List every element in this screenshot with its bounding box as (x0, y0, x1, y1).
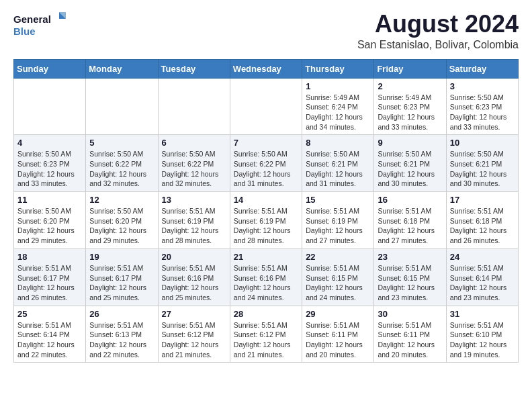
calendar-cell: 20Sunrise: 5:51 AM Sunset: 6:16 PM Dayli… (158, 248, 230, 306)
logo-svg: General Blue (13, 11, 67, 40)
calendar-cell: 19Sunrise: 5:51 AM Sunset: 6:17 PM Dayli… (86, 248, 158, 306)
subtitle: San Estanislao, Bolivar, Colombia (357, 39, 519, 51)
day-number: 16 (378, 195, 442, 205)
calendar-cell: 1Sunrise: 5:49 AM Sunset: 6:24 PM Daylig… (302, 78, 374, 135)
week-row-5: 25Sunrise: 5:51 AM Sunset: 6:14 PM Dayli… (14, 306, 519, 363)
day-header-wednesday: Wednesday (230, 59, 302, 78)
week-row-3: 11Sunrise: 5:50 AM Sunset: 6:20 PM Dayli… (14, 192, 519, 249)
day-info: Sunrise: 5:51 AM Sunset: 6:15 PM Dayligh… (306, 263, 370, 303)
day-info: Sunrise: 5:51 AM Sunset: 6:14 PM Dayligh… (17, 320, 82, 360)
day-number: 10 (450, 138, 515, 148)
day-number: 19 (89, 252, 154, 262)
svg-text:General: General (13, 13, 51, 25)
day-number: 14 (234, 195, 298, 205)
day-number: 1 (306, 81, 370, 91)
day-info: Sunrise: 5:51 AM Sunset: 6:13 PM Dayligh… (89, 320, 154, 360)
day-info: Sunrise: 5:50 AM Sunset: 6:20 PM Dayligh… (17, 206, 82, 246)
calendar-cell: 12Sunrise: 5:50 AM Sunset: 6:20 PM Dayli… (86, 192, 158, 249)
calendar-cell: 24Sunrise: 5:51 AM Sunset: 6:14 PM Dayli… (446, 248, 518, 306)
week-row-2: 4Sunrise: 5:50 AM Sunset: 6:23 PM Daylig… (14, 135, 519, 192)
calendar-cell: 3Sunrise: 5:50 AM Sunset: 6:23 PM Daylig… (446, 78, 518, 135)
calendar-cell: 28Sunrise: 5:51 AM Sunset: 6:12 PM Dayli… (230, 306, 302, 363)
days-header-row: SundayMondayTuesdayWednesdayThursdayFrid… (14, 59, 519, 78)
day-info: Sunrise: 5:50 AM Sunset: 6:23 PM Dayligh… (450, 93, 515, 132)
day-number: 9 (378, 138, 442, 148)
day-number: 18 (17, 252, 82, 262)
day-number: 7 (234, 138, 298, 148)
day-info: Sunrise: 5:50 AM Sunset: 6:22 PM Dayligh… (162, 149, 226, 189)
day-info: Sunrise: 5:49 AM Sunset: 6:23 PM Dayligh… (378, 93, 442, 132)
day-info: Sunrise: 5:51 AM Sunset: 6:16 PM Dayligh… (162, 263, 226, 303)
day-info: Sunrise: 5:51 AM Sunset: 6:17 PM Dayligh… (89, 263, 154, 303)
day-info: Sunrise: 5:51 AM Sunset: 6:19 PM Dayligh… (162, 206, 226, 246)
day-number: 23 (378, 252, 442, 262)
day-info: Sunrise: 5:51 AM Sunset: 6:12 PM Dayligh… (234, 320, 298, 360)
day-header-friday: Friday (374, 59, 446, 78)
day-number: 29 (306, 309, 370, 319)
day-info: Sunrise: 5:50 AM Sunset: 6:22 PM Dayligh… (89, 149, 154, 189)
day-header-saturday: Saturday (446, 59, 518, 78)
day-info: Sunrise: 5:51 AM Sunset: 6:10 PM Dayligh… (450, 320, 515, 360)
week-row-4: 18Sunrise: 5:51 AM Sunset: 6:17 PM Dayli… (14, 248, 519, 306)
calendar-cell: 16Sunrise: 5:51 AM Sunset: 6:18 PM Dayli… (374, 192, 446, 249)
day-info: Sunrise: 5:51 AM Sunset: 6:14 PM Dayligh… (450, 263, 515, 303)
calendar-table: SundayMondayTuesdayWednesdayThursdayFrid… (13, 59, 519, 363)
calendar-cell (230, 78, 302, 135)
day-number: 25 (17, 309, 82, 319)
day-number: 15 (306, 195, 370, 205)
day-info: Sunrise: 5:51 AM Sunset: 6:17 PM Dayligh… (17, 263, 82, 303)
day-info: Sunrise: 5:51 AM Sunset: 6:15 PM Dayligh… (378, 263, 442, 303)
day-number: 8 (306, 138, 370, 148)
calendar-cell: 31Sunrise: 5:51 AM Sunset: 6:10 PM Dayli… (446, 306, 518, 363)
calendar-cell: 30Sunrise: 5:51 AM Sunset: 6:11 PM Dayli… (374, 306, 446, 363)
calendar-cell: 22Sunrise: 5:51 AM Sunset: 6:15 PM Dayli… (302, 248, 374, 306)
calendar-cell: 15Sunrise: 5:51 AM Sunset: 6:19 PM Dayli… (302, 192, 374, 249)
title-area: August 2024 San Estanislao, Bolivar, Col… (357, 11, 519, 51)
calendar-cell: 27Sunrise: 5:51 AM Sunset: 6:12 PM Dayli… (158, 306, 230, 363)
day-number: 27 (162, 309, 226, 319)
day-info: Sunrise: 5:51 AM Sunset: 6:19 PM Dayligh… (306, 206, 370, 246)
calendar-cell: 29Sunrise: 5:51 AM Sunset: 6:11 PM Dayli… (302, 306, 374, 363)
calendar-cell: 5Sunrise: 5:50 AM Sunset: 6:22 PM Daylig… (86, 135, 158, 192)
logo: General Blue (13, 11, 67, 40)
calendar-cell: 26Sunrise: 5:51 AM Sunset: 6:13 PM Dayli… (86, 306, 158, 363)
day-number: 24 (450, 252, 515, 262)
day-number: 3 (450, 81, 515, 91)
day-info: Sunrise: 5:50 AM Sunset: 6:21 PM Dayligh… (378, 149, 442, 189)
calendar-cell: 13Sunrise: 5:51 AM Sunset: 6:19 PM Dayli… (158, 192, 230, 249)
svg-text:Blue: Blue (13, 26, 36, 37)
calendar-cell (86, 78, 158, 135)
day-info: Sunrise: 5:51 AM Sunset: 6:18 PM Dayligh… (450, 206, 515, 246)
day-info: Sunrise: 5:51 AM Sunset: 6:19 PM Dayligh… (234, 206, 298, 246)
calendar-cell (14, 78, 86, 135)
day-number: 22 (306, 252, 370, 262)
day-info: Sunrise: 5:49 AM Sunset: 6:24 PM Dayligh… (306, 93, 370, 132)
day-header-monday: Monday (86, 59, 158, 78)
calendar-cell: 6Sunrise: 5:50 AM Sunset: 6:22 PM Daylig… (158, 135, 230, 192)
day-info: Sunrise: 5:51 AM Sunset: 6:11 PM Dayligh… (378, 320, 442, 360)
calendar-cell: 14Sunrise: 5:51 AM Sunset: 6:19 PM Dayli… (230, 192, 302, 249)
day-info: Sunrise: 5:51 AM Sunset: 6:12 PM Dayligh… (162, 320, 226, 360)
day-number: 28 (234, 309, 298, 319)
day-number: 12 (89, 195, 154, 205)
calendar-cell: 21Sunrise: 5:51 AM Sunset: 6:16 PM Dayli… (230, 248, 302, 306)
calendar-cell: 18Sunrise: 5:51 AM Sunset: 6:17 PM Dayli… (14, 248, 86, 306)
calendar-cell: 25Sunrise: 5:51 AM Sunset: 6:14 PM Dayli… (14, 306, 86, 363)
day-header-thursday: Thursday (302, 59, 374, 78)
calendar-cell: 17Sunrise: 5:51 AM Sunset: 6:18 PM Dayli… (446, 192, 518, 249)
calendar-cell: 8Sunrise: 5:50 AM Sunset: 6:21 PM Daylig… (302, 135, 374, 192)
day-number: 13 (162, 195, 226, 205)
day-number: 11 (17, 195, 82, 205)
day-info: Sunrise: 5:51 AM Sunset: 6:18 PM Dayligh… (378, 206, 442, 246)
day-header-sunday: Sunday (14, 59, 86, 78)
day-number: 30 (378, 309, 442, 319)
day-info: Sunrise: 5:51 AM Sunset: 6:11 PM Dayligh… (306, 320, 370, 360)
calendar-cell: 4Sunrise: 5:50 AM Sunset: 6:23 PM Daylig… (14, 135, 86, 192)
day-info: Sunrise: 5:50 AM Sunset: 6:23 PM Dayligh… (17, 149, 82, 189)
main-title: August 2024 (357, 11, 519, 38)
day-number: 17 (450, 195, 515, 205)
day-header-tuesday: Tuesday (158, 59, 230, 78)
day-info: Sunrise: 5:50 AM Sunset: 6:21 PM Dayligh… (450, 149, 515, 189)
day-info: Sunrise: 5:50 AM Sunset: 6:20 PM Dayligh… (89, 206, 154, 246)
calendar-cell (158, 78, 230, 135)
